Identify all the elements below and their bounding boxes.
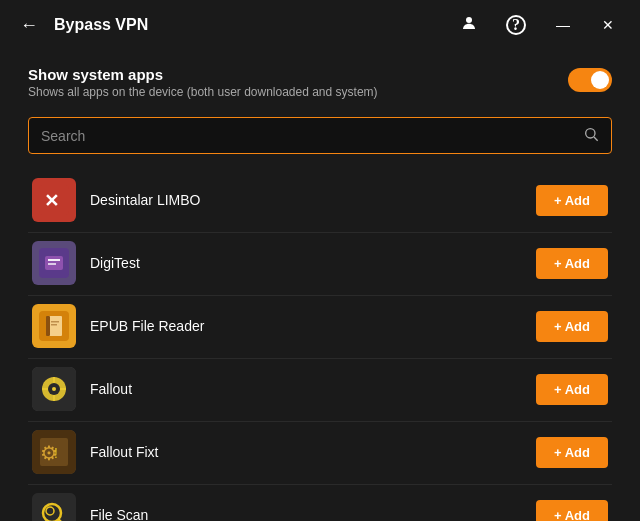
app-name: File Scan: [90, 507, 522, 521]
svg-point-17: [52, 387, 56, 391]
search-icon: [583, 126, 599, 145]
list-item: Fallout + Add: [28, 358, 612, 419]
toggle-heading: Show system apps: [28, 66, 378, 83]
svg-rect-26: [32, 493, 76, 521]
add-button[interactable]: + Add: [536, 374, 608, 405]
help-icon: ?: [506, 15, 526, 35]
svg-rect-11: [46, 316, 50, 336]
svg-text:✕: ✕: [44, 191, 59, 211]
epub-icon-svg: [39, 311, 69, 341]
app-name: DigiTest: [90, 255, 522, 271]
add-button[interactable]: + Add: [536, 248, 608, 279]
title-bar-left: ← Bypass VPN: [16, 11, 148, 40]
app-icon: ✕: [32, 178, 76, 222]
app-list: ✕ Desintalar LIMBO + Add DigiTest + Add: [28, 170, 612, 521]
svg-rect-7: [48, 259, 60, 261]
list-item: ⚙ ! Fallout Fixt + Add: [28, 421, 612, 482]
minimize-button[interactable]: —: [546, 13, 580, 37]
help-button[interactable]: ?: [498, 11, 534, 39]
list-item: EPUB File Reader + Add: [28, 295, 612, 356]
svg-point-1: [586, 129, 595, 138]
app-icon: [32, 304, 76, 348]
page-title: Bypass VPN: [54, 16, 148, 34]
add-button[interactable]: + Add: [536, 500, 608, 522]
add-button[interactable]: + Add: [536, 437, 608, 468]
person-icon: [460, 14, 478, 36]
svg-line-2: [594, 137, 598, 141]
digitest-icon-svg: [39, 248, 69, 278]
app-name: Fallout Fixt: [90, 444, 522, 460]
app-name: Desintalar LIMBO: [90, 192, 522, 208]
app-name: EPUB File Reader: [90, 318, 522, 334]
toggle-section: Show system apps Shows all apps on the d…: [28, 66, 612, 99]
back-button[interactable]: ←: [16, 11, 42, 40]
system-apps-toggle[interactable]: [568, 68, 612, 92]
main-content: Show system apps Shows all apps on the d…: [0, 50, 640, 521]
add-button[interactable]: + Add: [536, 311, 608, 342]
search-input[interactable]: [41, 128, 583, 144]
app-icon: ⚙ !: [32, 430, 76, 474]
back-icon: ←: [20, 15, 38, 36]
app-icon: [32, 493, 76, 521]
title-bar: ← Bypass VPN ? — ✕: [0, 0, 640, 50]
account-button[interactable]: [452, 10, 486, 40]
app-icon: [32, 367, 76, 411]
list-item: File Scan + Add: [28, 484, 612, 521]
toggle-description: Shows all apps on the device (both user …: [28, 85, 378, 99]
svg-rect-12: [51, 321, 59, 323]
svg-rect-8: [48, 263, 56, 265]
fallout-icon-svg: [32, 367, 76, 411]
toggle-label: Show system apps Shows all apps on the d…: [28, 66, 378, 99]
list-item: ✕ Desintalar LIMBO + Add: [28, 170, 612, 230]
filescan-icon-svg: [32, 493, 76, 521]
close-icon: ✕: [602, 17, 614, 33]
svg-text:!: !: [54, 445, 58, 461]
add-button[interactable]: + Add: [536, 185, 608, 216]
falloutfixt-icon-svg: ⚙ !: [32, 430, 76, 474]
close-button[interactable]: ✕: [592, 13, 624, 37]
svg-point-0: [466, 17, 472, 23]
limbo-icon-svg: ✕: [39, 185, 69, 215]
svg-rect-10: [48, 316, 62, 336]
app-icon: [32, 241, 76, 285]
search-box: [28, 117, 612, 154]
list-item: DigiTest + Add: [28, 232, 612, 293]
app-name: Fallout: [90, 381, 522, 397]
minimize-icon: —: [556, 17, 570, 33]
svg-rect-13: [51, 324, 57, 326]
title-bar-right: ? — ✕: [452, 10, 624, 40]
